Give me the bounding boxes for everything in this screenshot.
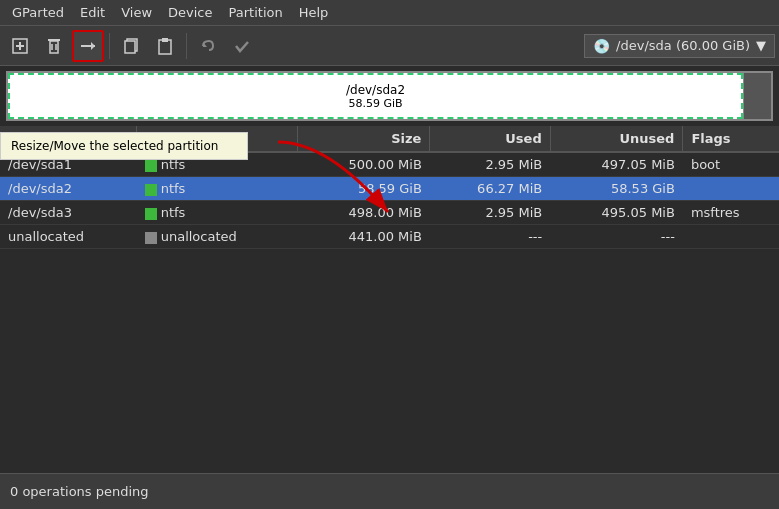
cell-flags: msftres [683, 201, 779, 225]
chevron-down-icon: ▼ [756, 38, 766, 53]
disk-visual-container: /dev/sda2 58.59 GiB [0, 66, 779, 126]
disk-seg-label: /dev/sda2 [346, 83, 405, 97]
cell-partition: unallocated [0, 225, 137, 249]
device-selector-label: /dev/sda (60.00 GiB) [616, 38, 750, 53]
cell-size: 441.00 MiB [297, 225, 430, 249]
menubar: GParted Edit View Device Partition Help [0, 0, 779, 26]
cell-filesystem: unallocated [137, 225, 297, 249]
svg-marker-8 [91, 42, 95, 50]
cell-used: 66.27 MiB [430, 177, 550, 201]
toolbar-sep-1 [109, 33, 110, 59]
cell-filesystem: ntfs [137, 201, 297, 225]
cell-unused: 58.53 GiB [550, 177, 683, 201]
paste-button[interactable] [149, 30, 181, 62]
resize-move-button[interactable] [72, 30, 104, 62]
cell-flags [683, 225, 779, 249]
fs-color-icon [145, 232, 157, 244]
delete-button[interactable] [38, 30, 70, 62]
tooltip: Resize/Move the selected partition [0, 132, 248, 160]
svg-rect-4 [50, 41, 58, 53]
cell-partition: /dev/sda2 [0, 177, 137, 201]
col-size: Size [297, 126, 430, 152]
svg-rect-10 [125, 41, 135, 53]
delete-icon [45, 37, 63, 55]
cell-flags [683, 177, 779, 201]
new-button[interactable] [4, 30, 36, 62]
svg-rect-11 [159, 40, 171, 54]
table-row[interactable]: /dev/sda2 ntfs 58.59 GiB 66.27 MiB 58.53… [0, 177, 779, 201]
device-selector-icon: 💿 [593, 38, 610, 54]
table-row[interactable]: /dev/sda3 ntfs 498.00 MiB 2.95 MiB 495.0… [0, 201, 779, 225]
status-text: 0 operations pending [10, 484, 149, 499]
cell-partition: /dev/sda3 [0, 201, 137, 225]
partition-table-container: Partition File System Size Used Unused F… [0, 126, 779, 473]
new-icon [11, 37, 29, 55]
table-row[interactable]: unallocated unallocated 441.00 MiB --- -… [0, 225, 779, 249]
fs-color-icon [145, 208, 157, 220]
copy-button[interactable] [115, 30, 147, 62]
cell-flags: boot [683, 152, 779, 177]
col-unused: Unused [550, 126, 683, 152]
cell-size: 58.59 GiB [297, 177, 430, 201]
copy-icon [122, 37, 140, 55]
col-flags: Flags [683, 126, 779, 152]
menu-edit[interactable]: Edit [72, 3, 113, 22]
cell-unused: 497.05 MiB [550, 152, 683, 177]
menu-device[interactable]: Device [160, 3, 220, 22]
cell-unused: 495.05 MiB [550, 201, 683, 225]
cell-used: 2.95 MiB [430, 201, 550, 225]
cell-used: 2.95 MiB [430, 152, 550, 177]
disk-seg-sda2[interactable]: /dev/sda2 58.59 GiB [8, 73, 743, 119]
device-selector[interactable]: 💿 /dev/sda (60.00 GiB) ▼ [584, 34, 775, 58]
menu-help[interactable]: Help [291, 3, 337, 22]
cell-size: 498.00 MiB [297, 201, 430, 225]
menu-partition[interactable]: Partition [221, 3, 291, 22]
statusbar: 0 operations pending [0, 473, 779, 509]
toolbar-sep-2 [186, 33, 187, 59]
undo-button[interactable] [192, 30, 224, 62]
cell-used: --- [430, 225, 550, 249]
menu-view[interactable]: View [113, 3, 160, 22]
apply-icon [233, 37, 251, 55]
svg-rect-12 [162, 38, 168, 42]
col-used: Used [430, 126, 550, 152]
disk-seg-unallocated [743, 73, 771, 119]
cell-filesystem: ntfs [137, 177, 297, 201]
tooltip-text: Resize/Move the selected partition [11, 139, 218, 153]
resize-move-icon [79, 37, 97, 55]
cell-unused: --- [550, 225, 683, 249]
undo-icon [199, 37, 217, 55]
fs-color-icon [145, 160, 157, 172]
disk-visual: /dev/sda2 58.59 GiB [6, 71, 773, 121]
apply-button[interactable] [226, 30, 258, 62]
main-content: Resize/Move the selected partition /dev/… [0, 66, 779, 473]
paste-icon [156, 37, 174, 55]
fs-color-icon [145, 184, 157, 196]
toolbar: 💿 /dev/sda (60.00 GiB) ▼ [0, 26, 779, 66]
menu-gparted[interactable]: GParted [4, 3, 72, 22]
cell-size: 500.00 MiB [297, 152, 430, 177]
disk-seg-size: 58.59 GiB [348, 97, 402, 110]
